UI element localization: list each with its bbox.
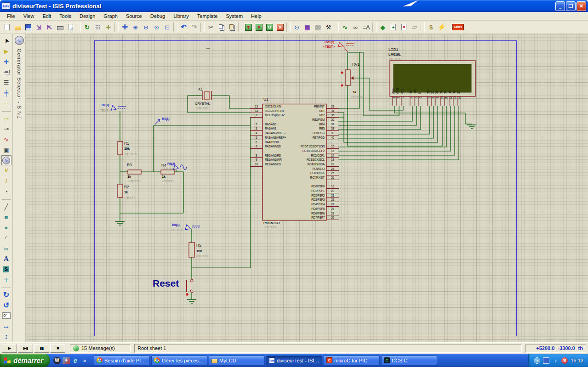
tray-volume-icon[interactable]: ♪ (552, 357, 559, 364)
task-button-besoin[interactable]: Besoin d'aide PIC16... (94, 356, 150, 366)
circle-2d-icon[interactable]: ● (1, 223, 11, 233)
origin-icon[interactable]: ✛ (103, 22, 114, 33)
zoom-out-icon[interactable]: ⊖ (141, 22, 151, 33)
bom-icon[interactable]: $ (426, 22, 436, 33)
wire-autorouter-icon[interactable]: ∿ (340, 22, 350, 33)
search-tag-icon[interactable]: ∞ (350, 22, 361, 33)
selection-mode-icon[interactable]: ➤ (1, 36, 11, 46)
minimize-button[interactable]: _ (555, 1, 565, 11)
print-icon[interactable] (55, 22, 65, 33)
menu-item[interactable]: View (19, 12, 39, 20)
block-delete-icon[interactable]: ✕ (275, 22, 285, 33)
rotate-anticlockwise-icon[interactable]: ↺ (1, 300, 11, 311)
zoom-all-icon[interactable]: ⊙ (151, 22, 162, 33)
current-probe-mode-icon[interactable]: I (1, 176, 11, 186)
toggle-grid-icon[interactable] (92, 22, 103, 33)
schematic-canvas[interactable]: X1 CRYSTAL <TEXT> U1 PIC16F877 <TEXT> LC… (26, 34, 588, 342)
electrical-check-icon[interactable]: ⚡ (436, 22, 447, 33)
menu-item[interactable]: Template (193, 12, 222, 20)
flip-vertical-icon[interactable]: ↕ (1, 332, 11, 342)
packaging-tool-icon[interactable]: ▩ (313, 22, 323, 33)
new-design-icon[interactable] (2, 22, 12, 33)
start-button[interactable]: démarrer (0, 354, 50, 367)
export-section-icon[interactable]: ⇱ (44, 22, 55, 33)
flip-horizontal-icon[interactable]: ↔ (1, 321, 11, 331)
paste-icon[interactable] (227, 22, 237, 33)
text-script-mode-icon[interactable]: ☰ (1, 78, 11, 88)
arc-2d-icon[interactable]: ◜ (1, 233, 11, 243)
new-sheet-icon[interactable]: + (388, 22, 399, 33)
menu-item[interactable]: Graph (99, 12, 122, 20)
task-button-ccs[interactable]: C CCS C (381, 356, 437, 366)
voltage-probe-mode-icon[interactable]: V (1, 166, 11, 176)
virtual-instruments-icon[interactable]: ◔ (1, 186, 11, 197)
restore-button[interactable]: ❐ (566, 1, 576, 11)
component-mode-icon[interactable]: ▶ (1, 46, 11, 56)
block-copy-icon[interactable]: ▼ (243, 22, 254, 33)
menu-item[interactable]: File (3, 12, 19, 20)
copy-icon[interactable] (216, 22, 227, 33)
decompose-icon[interactable]: ⚒ (323, 22, 334, 33)
block-move-icon[interactable]: ▼ (254, 22, 264, 33)
tray-security-icon[interactable]: ✖ (561, 357, 568, 364)
menu-item[interactable]: System (222, 12, 247, 20)
box-2d-icon[interactable]: ■ (1, 212, 11, 222)
tape-recorder-mode-icon[interactable]: ▣ (1, 145, 11, 155)
redo-icon[interactable]: ↷ (189, 22, 200, 33)
pause-button[interactable]: ▮▮ (34, 344, 49, 353)
device-pin-mode-icon[interactable]: ⊸ (1, 124, 11, 134)
rv1-generator-glyph[interactable] (338, 42, 354, 52)
component-crystal-x1[interactable] (202, 91, 211, 100)
marker-2d-icon[interactable]: ✛ (1, 275, 11, 285)
task-button-gerer[interactable]: Gérer les pièces join... (151, 356, 207, 366)
probe-glyphs[interactable] (111, 105, 200, 230)
task-button-isis[interactable]: isis diviseurTest - ISIS P... (266, 356, 322, 366)
line-2d-icon[interactable]: ╱ (1, 202, 11, 212)
rotate-clockwise-icon[interactable]: ↻ (1, 290, 11, 300)
symbol-2d-icon[interactable]: S (1, 265, 11, 275)
component-rv1[interactable] (341, 70, 354, 87)
zoom-in-icon[interactable]: ⊕ (130, 22, 141, 33)
redraw-icon[interactable]: ↻ (82, 22, 92, 33)
subcircuit-mode-icon[interactable]: ▭ (1, 99, 11, 109)
wire-label-mode-icon[interactable]: LBL (1, 67, 11, 77)
design-explorer-icon[interactable]: ◈ (377, 22, 388, 33)
pan-icon[interactable]: ✛ (120, 22, 130, 33)
tray-hide-icon[interactable]: ◂ (534, 357, 540, 364)
stop-button[interactable]: ■ (50, 344, 65, 353)
zoom-area-icon[interactable]: ⊡ (162, 22, 172, 33)
menu-item[interactable]: Debug (146, 12, 169, 20)
pick-device-icon[interactable]: ⊙ (291, 22, 302, 33)
undo-icon[interactable]: ↶ (178, 22, 189, 33)
menu-item[interactable]: Edit (38, 12, 55, 20)
menu-item[interactable]: Help (247, 12, 266, 20)
mark-output-area-icon[interactable] (65, 22, 76, 33)
task-button-mylcd[interactable]: MyLCD (209, 356, 265, 366)
path-2d-icon[interactable]: ∞ (1, 243, 11, 254)
text-2d-icon[interactable]: A (1, 254, 11, 264)
quick-launch-overflow-icon[interactable]: » (81, 357, 88, 364)
property-assignment-icon[interactable]: =A (361, 22, 371, 33)
open-design-icon[interactable] (12, 22, 23, 33)
quick-launch-writer-icon[interactable]: W (53, 357, 61, 364)
menu-item[interactable]: Design (75, 12, 99, 20)
task-button-mikroc[interactable]: C mikroC for PIC (324, 356, 380, 366)
bus-mode-icon[interactable]: ╪ (1, 88, 11, 98)
import-section-icon[interactable]: ⇲ (34, 22, 44, 33)
play-button[interactable]: ▶ (2, 344, 17, 353)
message-box[interactable]: i 15 Message(s) (70, 344, 131, 353)
remove-sheet-icon[interactable]: ✕ (399, 22, 409, 33)
make-device-icon[interactable]: ▦ (302, 22, 313, 33)
generator-preview-icon[interactable]: ∿ (15, 36, 24, 45)
component-reset-button[interactable] (186, 279, 193, 296)
quick-launch-ie-icon[interactable]: e (72, 357, 79, 364)
quick-launch-messenger-icon[interactable]: ✦ (63, 357, 70, 364)
tray-network-icon[interactable] (543, 357, 549, 364)
close-button[interactable]: ✕ (577, 1, 586, 11)
goto-sheet-icon[interactable]: ▱ (409, 22, 420, 33)
block-rotate-icon[interactable]: ↺ (264, 22, 275, 33)
terminal-mode-icon[interactable]: ▱ (1, 113, 11, 124)
angle-display[interactable]: 0° (1, 311, 11, 321)
step-button[interactable]: ▶▮ (18, 344, 33, 353)
menu-item[interactable]: Library (169, 12, 193, 20)
